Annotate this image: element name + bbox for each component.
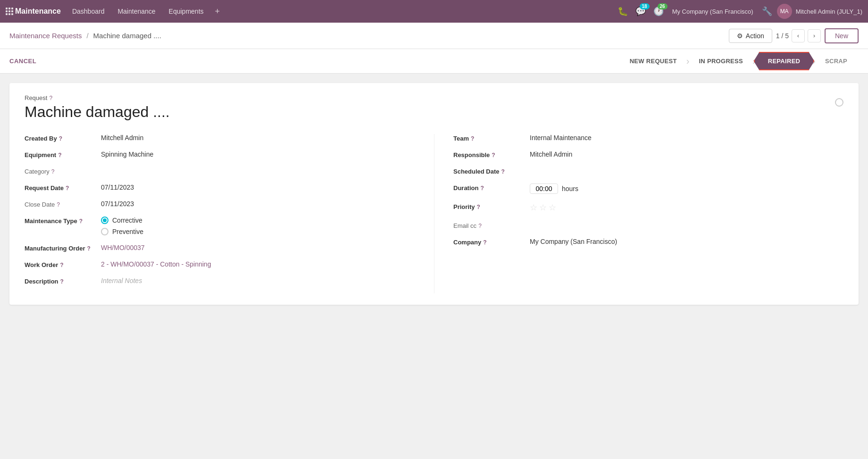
priority-field: Priority ? ☆ ☆ ☆ [453, 202, 843, 213]
company-help[interactable]: ? [483, 239, 486, 246]
close-date-field: Close Date ? 07/11/2023 [25, 200, 415, 208]
email-cc-field: Email cc ? [453, 221, 843, 229]
description-help[interactable]: ? [60, 278, 64, 285]
next-button[interactable]: › [808, 29, 821, 42]
close-date-value[interactable]: 07/11/2023 [101, 200, 415, 208]
star-1[interactable]: ☆ [530, 202, 537, 213]
request-help-icon[interactable]: ? [49, 95, 52, 101]
duration-help[interactable]: ? [480, 185, 484, 192]
manufacturing-order-help[interactable]: ? [87, 245, 91, 252]
prev-button[interactable]: ‹ [792, 29, 805, 42]
nav-add[interactable]: + [211, 5, 224, 18]
company-field: Company ? My Company (San Francisco) [453, 238, 843, 246]
status-indicator [835, 98, 843, 107]
duration-unit: hours [562, 185, 578, 192]
duration-field: Duration ? hours [453, 184, 843, 194]
priority-value: ☆ ☆ ☆ [530, 202, 843, 213]
action-button[interactable]: ⚙ Action [729, 29, 772, 43]
close-date-label: Close Date ? [25, 200, 95, 208]
breadcrumb-bar: Maintenance Requests / Machine damaged .… [0, 23, 868, 49]
priority-help[interactable]: ? [477, 204, 480, 210]
work-order-help[interactable]: ? [60, 262, 63, 268]
toolbar: ⚙ Action 1 / 5 ‹ › New [729, 28, 859, 43]
equipment-label: Equipment ? [25, 150, 95, 159]
duration-input[interactable] [530, 184, 558, 194]
category-help[interactable]: ? [51, 168, 55, 175]
company-name: My Company (San Francisco) [668, 6, 757, 17]
step-scrap[interactable]: SCRAP [814, 53, 859, 69]
maintenance-type-field: Maintenance Type ? Corrective Preventive [25, 217, 415, 235]
debug-icon[interactable]: 🐛 [615, 3, 631, 19]
action-label: Action [746, 32, 764, 40]
company-label: Company ? [453, 238, 524, 246]
avatar: MA [777, 4, 792, 19]
responsible-field: Responsible ? Mitchell Admin [453, 150, 843, 159]
description-value[interactable]: Internal Notes [101, 277, 415, 284]
category-label: Category ? [25, 167, 95, 175]
form-left-column: Created By ? Mitchell Admin Equipment ? … [25, 134, 434, 293]
maintenance-type-help[interactable]: ? [79, 218, 83, 225]
status-steps: NEW REQUEST › IN PROGRESS › REPAIRED › S… [618, 52, 859, 70]
company-value[interactable]: My Company (San Francisco) [530, 238, 843, 245]
description-field: Description ? Internal Notes [25, 277, 415, 285]
close-date-help[interactable]: ? [57, 201, 60, 208]
email-cc-help[interactable]: ? [478, 223, 482, 229]
preventive-option[interactable]: Preventive [101, 228, 415, 235]
nav-dashboard[interactable]: Dashboard [67, 5, 110, 18]
star-2[interactable]: ☆ [539, 202, 547, 213]
responsible-value[interactable]: Mitchell Admin [530, 150, 843, 158]
work-order-field: Work Order ? 2 - WH/MO/00037 - Cotton - … [25, 260, 415, 268]
manufacturing-order-label: Manufacturing Order ? [25, 244, 95, 252]
created-by-help[interactable]: ? [59, 135, 62, 142]
team-help[interactable]: ? [471, 135, 474, 142]
work-order-value[interactable]: 2 - WH/MO/00037 - Cotton - Spinning [101, 260, 415, 268]
message-icon[interactable]: 💬 18 [633, 3, 649, 19]
nav-brand[interactable]: Maintenance [15, 7, 61, 16]
settings-icon[interactable]: 🔧 [759, 4, 775, 18]
radio-group: Corrective Preventive [101, 217, 415, 235]
status-bar: CANCEL NEW REQUEST › IN PROGRESS › REPAI… [0, 49, 868, 74]
pagination-text: 1 / 5 [776, 32, 789, 40]
corrective-option[interactable]: Corrective [101, 217, 415, 224]
corrective-radio[interactable] [101, 217, 108, 224]
cancel-button[interactable]: CANCEL [9, 55, 36, 67]
duration-label: Duration ? [453, 184, 524, 192]
nav-equipments[interactable]: Equipments [163, 5, 209, 18]
breadcrumb-parent[interactable]: Maintenance Requests [9, 32, 82, 40]
activity-badge: 26 [658, 3, 668, 9]
scheduled-date-label: Scheduled Date ? [453, 167, 524, 175]
corrective-label: Corrective [112, 217, 142, 224]
apps-icon[interactable] [6, 8, 13, 15]
created-by-value[interactable]: Mitchell Admin [101, 134, 415, 142]
step-repaired[interactable]: REPAIRED [754, 52, 815, 70]
manufacturing-order-field: Manufacturing Order ? WH/MO/00037 [25, 244, 415, 252]
step-in-progress[interactable]: IN PROGRESS [687, 53, 754, 69]
equipment-value[interactable]: Spinning Machine [101, 150, 415, 158]
manufacturing-order-value[interactable]: WH/MO/00037 [101, 244, 415, 251]
category-field: Category ? [25, 167, 415, 175]
breadcrumb-current: Machine damaged .... [93, 32, 161, 40]
team-label: Team ? [453, 134, 524, 142]
brand-name: Maintenance [15, 7, 61, 16]
activity-icon[interactable]: 🕐 26 [651, 3, 667, 19]
step-repaired-label: REPAIRED [768, 58, 801, 65]
step-new-request[interactable]: NEW REQUEST [618, 53, 688, 69]
star-3[interactable]: ☆ [549, 202, 556, 213]
scheduled-date-help[interactable]: ? [501, 168, 505, 175]
email-cc-label: Email cc ? [453, 221, 524, 229]
pagination: 1 / 5 ‹ › [776, 29, 821, 42]
form-right-column: Team ? Internal Maintenance Responsible … [434, 134, 843, 293]
responsible-help[interactable]: ? [492, 152, 495, 159]
new-button[interactable]: New [825, 28, 859, 43]
created-by-label: Created By ? [25, 134, 95, 142]
request-date-value[interactable]: 07/11/2023 [101, 184, 415, 191]
preventive-radio[interactable] [101, 228, 108, 235]
message-badge: 18 [640, 3, 650, 9]
responsible-label: Responsible ? [453, 150, 524, 159]
equipment-field: Equipment ? Spinning Machine [25, 150, 415, 159]
work-order-label: Work Order ? [25, 260, 95, 268]
nav-maintenance[interactable]: Maintenance [112, 5, 161, 18]
equipment-help[interactable]: ? [58, 152, 61, 159]
request-date-help[interactable]: ? [66, 185, 69, 192]
team-value[interactable]: Internal Maintenance [530, 134, 843, 142]
